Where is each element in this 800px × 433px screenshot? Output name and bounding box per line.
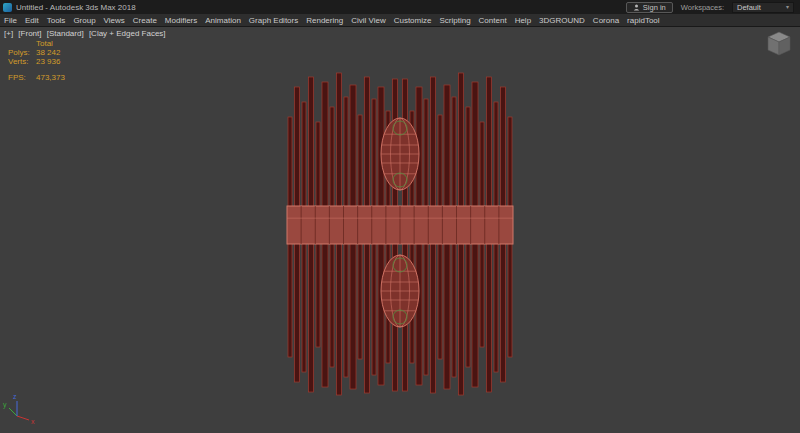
stats-fps-row: FPS: 473,373 [8,73,65,82]
axis-y-label: y [3,401,7,409]
menu-item-corona[interactable]: Corona [589,16,623,25]
axis-x-label: x [31,418,35,425]
app-icon [3,3,12,12]
viewport-menu-pov[interactable]: [Front] [18,29,41,38]
sign-in-label: Sign in [643,3,666,12]
viewport-label: [+] [Front] [Standard] [Clay + Edged Fac… [4,29,169,38]
viewcube[interactable] [768,32,790,55]
sign-in-button[interactable]: Sign in [626,2,673,13]
menu-item-3dground[interactable]: 3DGROUND [535,16,589,25]
workspaces-dropdown[interactable]: Default ▾ [732,2,794,13]
menu-item-group[interactable]: Group [69,16,99,25]
menu-item-views[interactable]: Views [100,16,129,25]
menubar: File Edit Tools Group Views Create Modif… [0,14,800,27]
stats-verts-label: Verts: [8,57,36,66]
stats-polys-row: Polys: 38 242 [8,48,65,57]
ellipsoid-object[interactable] [381,118,419,190]
ellipsoid-object[interactable] [381,255,419,327]
menu-item-scripting[interactable]: Scripting [435,16,474,25]
axis-z-label: z [13,393,17,400]
menu-item-customize[interactable]: Customize [390,16,436,25]
menu-item-graph-editors[interactable]: Graph Editors [245,16,302,25]
viewport-menu-renderer[interactable]: [Standard] [47,29,84,38]
menu-item-create[interactable]: Create [129,16,161,25]
user-icon [633,4,640,11]
stats-fps-value: 473,373 [36,73,65,82]
menu-item-rapidtool[interactable]: rapidTool [623,16,663,25]
menu-item-file[interactable]: File [0,16,21,25]
band-group[interactable] [287,206,513,244]
titlebar: Untitled - Autodesk 3ds Max 2018 Sign in… [0,0,800,14]
menu-item-tools[interactable]: Tools [43,16,70,25]
workspaces-label: Workspaces: [681,3,724,12]
viewport-menu-shading[interactable]: [Clay + Edged Faces] [89,29,166,38]
chevron-down-icon: ▾ [786,4,789,10]
stats-polys-value: 38 242 [36,48,60,57]
menu-item-civil-view[interactable]: Civil View [347,16,390,25]
menu-item-rendering[interactable]: Rendering [302,16,347,25]
viewport-statistics: Total Polys: 38 242 Verts: 23 936 FPS: 4… [8,39,65,82]
menu-item-modifiers[interactable]: Modifiers [161,16,201,25]
viewport-menu-general[interactable]: [+] [4,29,13,38]
menu-item-help[interactable]: Help [511,16,535,25]
stats-total-header: Total [36,39,65,48]
menu-item-animation[interactable]: Animation [201,16,245,25]
window-title: Untitled - Autodesk 3ds Max 2018 [16,3,136,12]
menu-item-edit[interactable]: Edit [21,16,43,25]
menu-item-content[interactable]: Content [475,16,511,25]
stats-verts-row: Verts: 23 936 [8,57,65,66]
workspaces-value: Default [737,3,761,12]
viewport[interactable]: x y z [+] [Front] [Standard] [Clay + Edg… [0,27,800,433]
stats-polys-label: Polys: [8,48,36,57]
world-axis-tripod: x y z [3,393,35,425]
stats-verts-value: 23 936 [36,57,60,66]
stats-fps-label: FPS: [8,73,36,82]
viewport-canvas[interactable]: x y z [0,27,800,433]
